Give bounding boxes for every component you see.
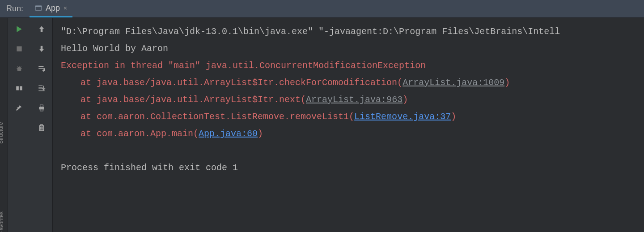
main-area: Structure Favorites bbox=[0, 18, 644, 232]
down-arrow-icon[interactable] bbox=[37, 44, 47, 54]
app-config-icon bbox=[35, 4, 42, 12]
tab-label: App bbox=[46, 4, 60, 13]
stack-frame-4-pre: at com.aaron.App.main( bbox=[80, 129, 199, 139]
pin-icon[interactable] bbox=[14, 103, 24, 113]
stack-frame-4-link[interactable]: App.java:60 bbox=[199, 129, 258, 139]
svg-rect-4 bbox=[16, 86, 19, 90]
stack-frame-3-pre: at com.aaron.CollectionTest.ListRemove.r… bbox=[80, 112, 354, 122]
svg-rect-2 bbox=[17, 46, 21, 51]
run-tool-topbar: Run: App × bbox=[0, 0, 644, 18]
stack-frame-1-pre: at java.base/java.util.ArrayList$Itr.che… bbox=[80, 77, 402, 88]
layout-icon[interactable] bbox=[14, 83, 24, 93]
run-label: Run: bbox=[0, 4, 30, 13]
svg-rect-1 bbox=[35, 6, 42, 7]
svg-rect-5 bbox=[20, 86, 22, 90]
stack-frame-2-pre: at java.base/java.util.ArrayList$Itr.nex… bbox=[80, 95, 306, 105]
stack-frame-3-post: ) bbox=[451, 112, 456, 122]
console-line-exit: Process finished with exit code 1 bbox=[61, 163, 238, 173]
up-arrow-icon[interactable] bbox=[37, 24, 47, 34]
scroll-to-end-icon[interactable] bbox=[37, 83, 47, 93]
favorites-tool-label[interactable]: Favorites bbox=[0, 211, 4, 232]
run-icon[interactable] bbox=[14, 24, 24, 34]
stop-icon[interactable] bbox=[14, 44, 24, 54]
console-line-cmd: "D:\Program Files\Java\jdk-13.0.1\bin\ja… bbox=[61, 26, 560, 37]
run-toolbar-column-a bbox=[8, 18, 30, 232]
structure-tool-label[interactable]: Structure bbox=[0, 122, 4, 144]
console-output[interactable]: "D:\Program Files\Java\jdk-13.0.1\bin\ja… bbox=[53, 18, 644, 232]
stack-frame-3-link[interactable]: ListRemove.java:37 bbox=[354, 112, 451, 122]
stack-frame-2-link[interactable]: ArrayList.java:963 bbox=[306, 95, 402, 105]
console-line-hello: Hello World by Aaron bbox=[61, 43, 168, 54]
console-line-exception: Exception in thread "main" java.util.Con… bbox=[61, 60, 426, 71]
left-side-tool-strip: Structure Favorites bbox=[0, 18, 8, 232]
stack-frame-2-post: ) bbox=[402, 95, 408, 105]
stack-frame-4-post: ) bbox=[258, 129, 263, 139]
run-tab-app[interactable]: App × bbox=[30, 0, 72, 17]
bug-icon[interactable] bbox=[14, 64, 24, 73]
svg-rect-7 bbox=[40, 105, 43, 107]
run-toolbar-column-b bbox=[30, 18, 53, 232]
stack-frame-1-post: ) bbox=[504, 77, 510, 88]
print-icon[interactable] bbox=[37, 103, 47, 113]
close-icon[interactable]: × bbox=[64, 4, 67, 12]
stack-frame-1-link[interactable]: ArrayList.java:1009 bbox=[402, 77, 504, 88]
soft-wrap-icon[interactable] bbox=[37, 64, 47, 73]
trash-icon[interactable] bbox=[37, 123, 47, 133]
